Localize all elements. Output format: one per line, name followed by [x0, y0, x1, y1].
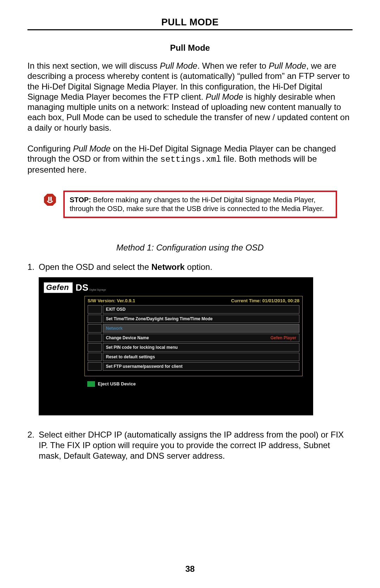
osd-row-main: Set Time/Time Zone/Daylight Saving Time/…	[103, 315, 299, 323]
osd-row-label: Reset to default settings	[106, 354, 155, 359]
osd-row-indicator	[88, 324, 102, 333]
osd-menu-row: Set PIN code for locking local menu	[88, 343, 299, 352]
osd-logo-main: Gefen	[44, 282, 73, 293]
svg-rect-1	[48, 197, 50, 201]
step-2-number: 2.	[27, 429, 39, 461]
section-title: Pull Mode	[27, 43, 353, 53]
osd-time: Current Time: 01/01/2010, 00:28	[231, 298, 299, 303]
stop-icon	[43, 193, 57, 207]
osd-screenshot: Gefen DS Digital Signage S/W Version: Ve…	[39, 277, 313, 415]
step-1: 1. Open the OSD and select the Network o…	[27, 262, 353, 272]
osd-row-indicator	[88, 315, 102, 323]
osd-row-label: EXIT OSD	[106, 307, 126, 312]
osd-row-main: Change Device NameGefen Player	[103, 334, 299, 342]
osd-row-main: EXIT OSD	[103, 305, 299, 314]
osd-row-label: Change Device Name	[106, 335, 149, 340]
osd-menu-row: Set FTP username/password for client	[88, 362, 299, 371]
paragraph-1: In this next section, we will discuss Pu…	[27, 61, 353, 133]
osd-menu-row: Change Device NameGefen Player	[88, 334, 299, 342]
osd-row-label: Set Time/Time Zone/Daylight Saving Time/…	[106, 316, 213, 321]
svg-rect-2	[50, 197, 52, 201]
title-rule	[27, 29, 353, 30]
osd-panel: S/W Version: Ver.0.9.1 Current Time: 01/…	[84, 296, 303, 376]
osd-version: S/W Version: Ver.0.9.1	[88, 298, 135, 303]
paragraph-2: Configuring Pull Mode on the Hi-Def Digi…	[27, 143, 353, 175]
page-number: 38	[0, 564, 380, 574]
osd-header: S/W Version: Ver.0.9.1 Current Time: 01/…	[85, 296, 302, 305]
step-2: 2. Select either DHCP IP (automatically …	[27, 429, 353, 461]
stop-box: STOP: Before making any changes to the H…	[63, 191, 337, 218]
stop-label: STOP:	[70, 196, 91, 204]
osd-row-main: Reset to default settings	[103, 353, 299, 361]
osd-row-main: Set FTP username/password for client	[103, 362, 299, 371]
osd-logo-ds: DS Digital Signage	[74, 282, 107, 293]
osd-menu-row: Reset to default settings	[88, 353, 299, 361]
osd-menu-row: Network	[88, 324, 299, 333]
osd-row-main: Network	[103, 324, 299, 333]
svg-marker-0	[44, 193, 56, 206]
step-1-number: 1.	[27, 262, 39, 272]
page-title: PULL MODE	[27, 17, 353, 29]
osd-row-label: Set FTP username/password for client	[106, 364, 183, 369]
osd-menu-row: Set Time/Time Zone/Daylight Saving Time/…	[88, 315, 299, 323]
osd-row-value: Gefen Player	[271, 335, 296, 340]
osd-row-indicator	[88, 334, 102, 342]
method-title: Method 1: Configuration using the OSD	[27, 243, 353, 253]
osd-eject: Eject USB Device	[87, 381, 308, 387]
osd-menu-row: EXIT OSD	[88, 305, 299, 314]
osd-row-indicator	[88, 362, 102, 371]
osd-row-indicator	[88, 343, 102, 352]
osd-eject-label: Eject USB Device	[98, 381, 136, 386]
osd-row-label: Network	[106, 326, 122, 331]
step-2-body: Select either DHCP IP (automatically ass…	[39, 429, 353, 461]
osd-row-main: Set PIN code for locking local menu	[103, 343, 299, 352]
step-1-body: Open the OSD and select the Network opti…	[39, 262, 353, 272]
osd-row-indicator	[88, 353, 102, 361]
osd-logo: Gefen DS Digital Signage	[44, 282, 308, 293]
osd-row-label: Set PIN code for locking local menu	[106, 345, 178, 350]
eject-indicator-icon	[87, 381, 95, 387]
stop-text: Before making any changes to the Hi-Def …	[70, 196, 324, 212]
stop-callout: STOP: Before making any changes to the H…	[43, 191, 337, 218]
osd-row-indicator	[88, 305, 102, 314]
